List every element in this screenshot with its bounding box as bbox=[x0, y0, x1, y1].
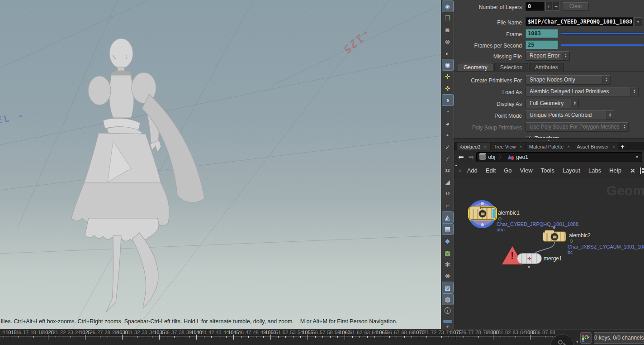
node-label-merge1[interactable]: merge1 bbox=[544, 255, 562, 262]
point-numbers-icon[interactable]: 12 bbox=[442, 165, 453, 176]
layers-increment-button[interactable]: + bbox=[545, 2, 552, 11]
close-tab-icon[interactable]: × bbox=[519, 144, 521, 149]
spinner-icon[interactable]: ▲▼ bbox=[571, 99, 578, 108]
pane-tab-material-palette[interactable]: Material Palette× bbox=[526, 143, 573, 150]
normal-lighting-icon[interactable]: ◐ bbox=[442, 48, 453, 59]
display-as-select[interactable]: Full Geometry ▲▼ bbox=[526, 99, 579, 108]
snapshot-icon[interactable]: ❐ bbox=[442, 13, 453, 24]
frame-slider[interactable] bbox=[561, 33, 644, 35]
key-icon bbox=[557, 339, 564, 345]
tab-geometry[interactable]: Geometry bbox=[458, 63, 493, 72]
back-arrow-icon[interactable]: ⬅ bbox=[458, 153, 464, 161]
viewport-grid bbox=[0, 0, 441, 329]
load-as-select[interactable]: Alembic Delayed Load Primitives ▲▼ bbox=[526, 87, 639, 96]
channel-scope-button[interactable]: ⟳ bbox=[580, 332, 592, 344]
frame-tick-label: 21 bbox=[53, 330, 58, 335]
toolbar-scrollbar[interactable] bbox=[443, 320, 452, 323]
display-fog-icon[interactable]: ✻ bbox=[442, 259, 453, 270]
pane-tab-asset-browser[interactable]: Asset Browser× bbox=[573, 143, 618, 150]
lock-camera-icon[interactable]: ◙ bbox=[442, 24, 453, 35]
menu-tools[interactable]: Tools bbox=[537, 167, 559, 174]
frame-input[interactable]: 1003 bbox=[526, 29, 558, 38]
new-tab-button[interactable]: + bbox=[621, 143, 625, 150]
shade-open-curves-icon[interactable]: ◕ bbox=[442, 118, 453, 129]
menu-add[interactable]: Add bbox=[463, 167, 482, 174]
parameter-pane-scrollstrip[interactable]: ▲ bbox=[454, 138, 644, 142]
menu-layout[interactable]: Layout bbox=[559, 167, 584, 174]
node-label-alembic1[interactable]: alembic1 bbox=[498, 210, 520, 216]
merge-icon: ✣ bbox=[527, 256, 531, 262]
breadcrumb[interactable]: obj 〉 geo1 ▼ bbox=[476, 152, 642, 162]
menu-help[interactable]: Help bbox=[605, 167, 625, 174]
node-label-alembic2[interactable]: alembic2 bbox=[569, 232, 591, 239]
node-graph[interactable]: Geome alembic1 Char_CYEED_JRPQHQ_1001_10… bbox=[454, 177, 644, 329]
spinner-icon[interactable]: ▲▼ bbox=[606, 111, 614, 120]
node-output-dot[interactable] bbox=[528, 266, 530, 268]
node-badge-icon[interactable] bbox=[570, 240, 573, 243]
file-name-input[interactable]: $HIP/Char_CYEED_JRPQHQ_1001_1088. bbox=[526, 17, 633, 26]
spinner-icon[interactable]: ▲▼ bbox=[602, 76, 610, 84]
menu-go[interactable]: Go bbox=[500, 167, 516, 174]
point-trails-icon[interactable]: ⁄ bbox=[442, 153, 453, 164]
layers-input[interactable]: 0 bbox=[526, 2, 545, 11]
node-alembic1[interactable] bbox=[469, 207, 496, 220]
add-light-icon[interactable]: ✛ bbox=[442, 71, 453, 82]
node-badge-icon[interactable] bbox=[498, 217, 502, 220]
prim-normals-icon[interactable]: ◢ bbox=[442, 177, 453, 187]
viewport-info-icon[interactable]: ⓘ bbox=[442, 306, 453, 316]
scene-viewport[interactable]: -125 EL - llies. Ctrl+Alt+Left box-zooms… bbox=[0, 0, 441, 329]
point-mode-select[interactable]: Unique Points At Centroid ▲▼ bbox=[526, 110, 614, 120]
tree-outline-icon[interactable] bbox=[640, 168, 644, 174]
menu-labs[interactable]: Labs bbox=[584, 167, 605, 174]
lights-off-icon[interactable]: ⊗ bbox=[442, 36, 453, 47]
prim-numbers-icon[interactable]: 12 bbox=[442, 188, 453, 199]
tab-attributes[interactable]: Attributes bbox=[529, 63, 564, 72]
clear-button[interactable]: Clear bbox=[563, 2, 589, 11]
profile-curves-icon[interactable]: ⌐ bbox=[442, 200, 453, 211]
display-flag[interactable] bbox=[492, 209, 495, 218]
timeline-ruler[interactable]: 4101516171819102021222324102526272829103… bbox=[0, 330, 568, 345]
forward-arrow-icon[interactable]: ➡ bbox=[469, 153, 474, 161]
material-shading-icon[interactable]: ◑ bbox=[442, 95, 453, 105]
node-input-dot[interactable] bbox=[553, 226, 555, 229]
path-dropdown-icon[interactable]: ▼ bbox=[635, 155, 639, 159]
tab-selection[interactable]: Selection bbox=[494, 63, 528, 72]
group-list-icon[interactable]: ⊜ bbox=[442, 270, 453, 281]
close-tab-icon[interactable]: × bbox=[484, 144, 486, 149]
background-image-icon[interactable]: ▨ bbox=[442, 282, 453, 293]
hidden-line-shading-icon[interactable]: ◈ bbox=[442, 1, 453, 12]
toolbar-scroll[interactable]: ▼ bbox=[442, 320, 453, 329]
breadcrumb-root[interactable]: obj bbox=[488, 154, 495, 160]
fps-slider[interactable] bbox=[561, 44, 644, 46]
prim-hulls-icon[interactable]: ◭ bbox=[442, 212, 453, 223]
file-chooser-dropdown[interactable]: ▼ bbox=[634, 17, 642, 26]
menu-edit[interactable]: Edit bbox=[482, 167, 500, 174]
key-options-dropdown-icon[interactable]: ▼ bbox=[575, 340, 579, 344]
breadcrumb-node[interactable]: geo1 bbox=[516, 154, 528, 160]
create-primitives-select[interactable]: Shape Nodes Only ▲▼ bbox=[526, 75, 611, 85]
pane-tab-tree-view[interactable]: Tree View× bbox=[491, 143, 525, 150]
node-alembic2[interactable] bbox=[543, 231, 566, 242]
tools-wrench-icon[interactable]: ✕ bbox=[630, 167, 635, 174]
camera-locator-icon[interactable]: ◍ bbox=[442, 294, 453, 305]
node-merge1[interactable]: ✣ bbox=[517, 253, 542, 264]
point-markers-icon[interactable]: • bbox=[442, 130, 453, 141]
missing-file-select[interactable]: Report Error ▲▼ bbox=[526, 51, 570, 61]
pane-tab--obj-geo1[interactable]: /obj/geo1× bbox=[457, 143, 490, 150]
visibility-icon[interactable]: ◔ bbox=[442, 106, 453, 117]
display-textures-icon[interactable]: ▦ bbox=[442, 224, 453, 235]
uv-texture-icon[interactable]: ▩ bbox=[442, 247, 453, 258]
point-normals-icon[interactable]: ✓ bbox=[442, 142, 453, 153]
light-locator-icon[interactable]: ✜ bbox=[442, 83, 453, 94]
close-tab-icon[interactable]: × bbox=[612, 144, 615, 149]
headlight-icon[interactable]: ◉ bbox=[442, 59, 453, 70]
fps-input[interactable]: 25 bbox=[526, 40, 558, 49]
layers-decrement-button[interactable]: − bbox=[553, 2, 559, 11]
keys-channels-status[interactable]: 0 keys, 0/0 channels bbox=[594, 332, 644, 344]
scroll-down-icon[interactable]: ▼ bbox=[445, 324, 450, 329]
close-tab-icon[interactable]: × bbox=[567, 144, 569, 149]
display-particles-icon[interactable]: ◆ bbox=[442, 235, 453, 246]
spinner-icon[interactable]: ▲▼ bbox=[562, 52, 569, 60]
spinner-icon[interactable]: ▲▼ bbox=[630, 87, 638, 96]
menu-view[interactable]: View bbox=[516, 167, 537, 174]
